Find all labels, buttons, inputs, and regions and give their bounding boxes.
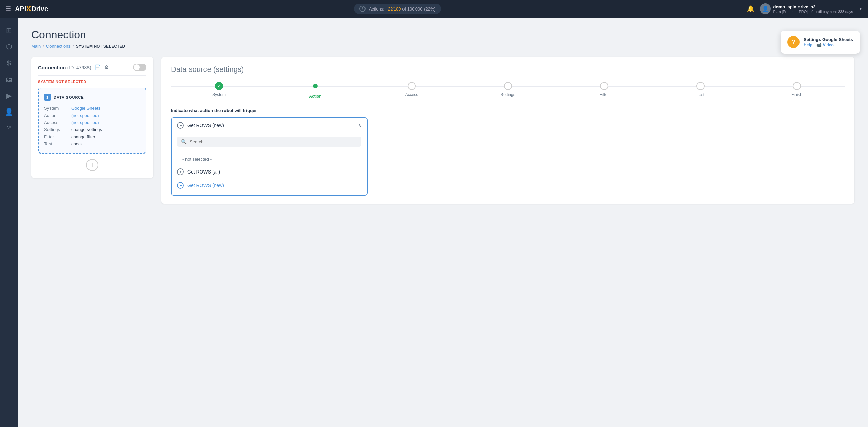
step-circle-settings [504, 82, 512, 90]
option-play-icon: ▶ [177, 168, 184, 175]
sidebar-item-profile[interactable]: 👤 [1, 104, 16, 119]
step-item-finish: Finish [749, 82, 845, 97]
copy-icon[interactable]: 📄 [95, 64, 101, 70]
step-progress: ✓SystemActionAccessSettingsFilterTestFin… [171, 82, 845, 99]
dropdown-header-left: ▶ Get ROWS (new) [177, 122, 224, 129]
dropdown-options: - not selected -▶Get ROWS (all)▶Get ROWS… [172, 150, 367, 195]
main-content: Connection Main / Connections / SYSTEM N… [18, 18, 868, 427]
settings-icon[interactable]: ⚙ [104, 64, 109, 70]
connection-title: Connection (ID: 47988) [38, 65, 91, 70]
ds-row-link[interactable]: Google Sheets [71, 106, 100, 111]
table-row: Action(not specified) [44, 112, 140, 119]
connection-header: Connection (ID: 47988) 📄 ⚙ [38, 64, 146, 76]
step-circle-filter [600, 82, 608, 90]
actions-count: 22'109 of 100'000 (22%) [388, 6, 436, 12]
search-icon: 🔍 [181, 139, 187, 144]
step-label-finish: Finish [791, 92, 802, 97]
actions-total: 100'000 [407, 6, 423, 12]
connection-id: (ID: 47988) [67, 65, 91, 70]
ds-number: 1 [44, 94, 51, 101]
step-item-access: Access [363, 82, 460, 97]
ds-row-value: check [71, 140, 140, 147]
play-icon: ▶ [177, 122, 184, 129]
actions-of: of [402, 6, 407, 12]
actions-label: Actions: [369, 6, 384, 12]
step-circle-action [313, 84, 318, 88]
table-row: Access(not specified) [44, 119, 140, 126]
help-link[interactable]: Help [804, 43, 812, 47]
bell-icon[interactable]: 🔔 [747, 5, 754, 13]
help-widget: ? Settings Google Sheets Help 📹 Video [781, 30, 860, 54]
datasource-title: Data source (settings) [171, 65, 845, 74]
ds-row-value: (not specified) [71, 119, 140, 126]
page-title: Connection [31, 28, 854, 41]
actions-badge: i Actions: 22'109 of 100'000 (22%) [354, 4, 441, 14]
datasource-card: 1 DATA SOURCE SystemGoogle SheetsAction(… [38, 88, 146, 154]
table-row: Filterchange filter [44, 133, 140, 140]
ds-row-link[interactable]: (not specified) [71, 120, 99, 125]
sidebar-item-connections[interactable]: ⬡ [1, 39, 16, 54]
two-col-layout: Connection (ID: 47988) 📄 ⚙ SYSTEM NOT SE… [31, 57, 854, 204]
add-connection-button[interactable]: + [86, 159, 98, 171]
dropdown-option[interactable]: ▶Get ROWS (new) [172, 179, 367, 192]
sidebar-item-billing[interactable]: $ [1, 56, 16, 70]
ds-row-link[interactable]: (not specified) [71, 113, 99, 118]
dropdown-selected-value: Get ROWS (new) [187, 123, 224, 128]
logo-api: API [15, 5, 26, 13]
table-row: Settingschange settings [44, 126, 140, 133]
hamburger-menu[interactable]: ☰ [5, 5, 11, 13]
help-circle-icon: ? [787, 36, 800, 48]
logo-drive: Drive [31, 5, 48, 13]
topnav: ☰ APIXDrive i Actions: 22'109 of 100'000… [0, 0, 868, 18]
step-label-system: System [212, 92, 226, 97]
logo-x: X [26, 4, 31, 13]
step-label-settings: Settings [500, 92, 515, 97]
user-plan: Plan |Premium PRO| left until payment 33… [773, 9, 853, 14]
logo: APIXDrive [15, 4, 48, 13]
user-area[interactable]: 👤 demo_apix-drive_s3 Plan |Premium PRO| … [760, 3, 863, 14]
chevron-down-icon: ▼ [859, 6, 863, 11]
sidebar-item-integrations[interactable]: 🗂 [1, 72, 16, 87]
dropdown-header[interactable]: ▶ Get ROWS (new) ∧ [172, 118, 367, 133]
step-label-action: Action [309, 94, 321, 99]
topnav-right: 🔔 👤 demo_apix-drive_s3 Plan |Premium PRO… [747, 3, 863, 14]
action-dropdown[interactable]: ▶ Get ROWS (new) ∧ 🔍 - not selected -▶Ge… [171, 117, 368, 196]
user-info: demo_apix-drive_s3 Plan |Premium PRO| le… [773, 4, 853, 14]
info-icon: i [359, 6, 366, 12]
ds-row-value: Google Sheets [71, 105, 140, 112]
sidebar-item-help[interactable]: ? [1, 121, 16, 136]
help-widget-title: Settings Google Sheets [804, 37, 853, 42]
ds-row-key: Test [44, 140, 71, 147]
actions-pct: (22%) [424, 6, 436, 12]
ds-row-key: Filter [44, 133, 71, 140]
step-label-access: Access [405, 92, 418, 97]
search-input-wrap: 🔍 [177, 137, 361, 147]
step-circle-access [408, 82, 416, 90]
breadcrumb-connections[interactable]: Connections [46, 44, 71, 49]
actions-used: 22'109 [388, 6, 401, 12]
dropdown-body: 🔍 - not selected -▶Get ROWS (all)▶Get RO… [172, 133, 367, 195]
option-play-icon: ▶ [177, 182, 184, 189]
ds-row-value: change settings [71, 126, 140, 133]
toggle-switch[interactable] [133, 64, 146, 71]
step-item-system: ✓System [171, 82, 267, 97]
system-status: SYSTEM NOT SELECTED [38, 80, 146, 84]
search-input[interactable] [190, 139, 357, 144]
ds-row-key: System [44, 105, 71, 112]
sidebar-item-youtube[interactable]: ▶ [1, 88, 16, 103]
chevron-up-icon: ∧ [358, 123, 361, 128]
ds-label: DATA SOURCE [54, 95, 84, 99]
step-circle-system: ✓ [215, 82, 223, 90]
topnav-center: i Actions: 22'109 of 100'000 (22%) [48, 4, 747, 14]
ds-row-key: Settings [44, 126, 71, 133]
dropdown-option[interactable]: ▶Get ROWS (all) [172, 165, 367, 179]
video-link[interactable]: 📹 Video [816, 43, 834, 47]
breadcrumb-current: SYSTEM NOT SELECTED [76, 44, 125, 49]
step-label-test: Test [697, 92, 704, 97]
sidebar-item-dashboard[interactable]: ⊞ [1, 23, 16, 38]
step-item-test: Test [652, 82, 749, 97]
breadcrumb-main[interactable]: Main [31, 44, 41, 49]
action-instruction: Indicate what action the robot will trig… [171, 108, 845, 113]
step-label-filter: Filter [600, 92, 609, 97]
ds-row-value: (not specified) [71, 112, 140, 119]
